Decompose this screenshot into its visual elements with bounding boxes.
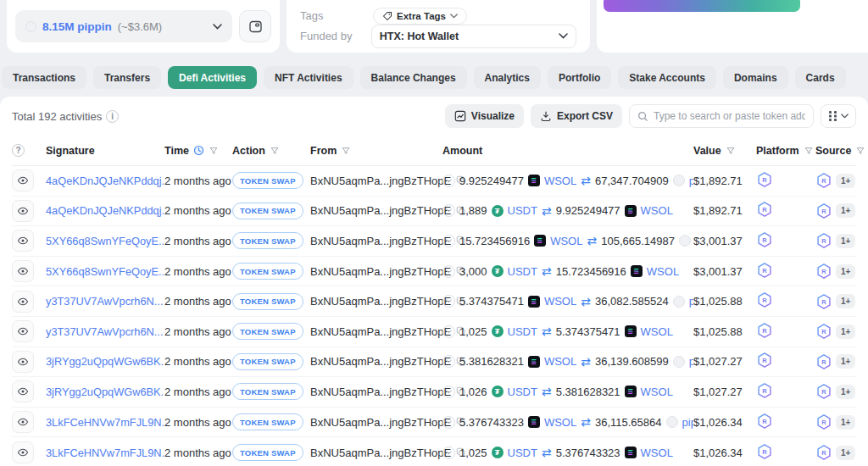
token-link-usdt[interactable]: USDT xyxy=(508,325,537,338)
tab-portfolio[interactable]: Portfolio xyxy=(548,66,611,89)
more-sources-badge[interactable]: 1+ xyxy=(836,234,855,248)
more-sources-badge[interactable]: 1+ xyxy=(836,354,855,369)
platform-icon-raydium[interactable]: R xyxy=(756,382,773,399)
token-link-wsol[interactable]: WSOL xyxy=(544,175,576,187)
preview-button[interactable] xyxy=(12,351,34,373)
more-sources-badge[interactable]: 1+ xyxy=(836,325,855,339)
signature-link[interactable]: y3T37UV7AwVpcrh6N... xyxy=(46,295,163,308)
source-icon-raydium[interactable]: R xyxy=(815,353,832,370)
signature-link[interactable]: 3LkFCeHNVw7mFJL9N... xyxy=(46,447,164,459)
expand-row-button[interactable] xyxy=(442,416,455,429)
source-icon-raydium[interactable]: R xyxy=(815,232,832,249)
funded-by-select[interactable]: HTX: Hot Wallet xyxy=(371,25,576,48)
source-icon-raydium[interactable]: R xyxy=(815,383,832,400)
preview-button[interactable] xyxy=(12,411,34,433)
expand-row-button[interactable] xyxy=(442,265,455,278)
expand-row-button[interactable] xyxy=(442,386,455,398)
tab-transfers[interactable]: Transfers xyxy=(93,66,161,89)
token-link-wsol[interactable]: WSOL xyxy=(544,355,576,368)
expand-row-button[interactable] xyxy=(442,235,455,247)
token-link-wsol[interactable]: WSOL xyxy=(641,447,673,459)
preview-button[interactable] xyxy=(12,291,34,313)
signature-link[interactable]: 4aQeKDnJQJeNKPddqj... xyxy=(46,175,164,187)
signature-link[interactable]: y3T37UV7AwVpcrh6N... xyxy=(46,325,163,338)
tab-domains[interactable]: Domains xyxy=(723,66,788,89)
expand-row-button[interactable] xyxy=(442,355,455,368)
preview-button[interactable] xyxy=(12,230,34,252)
visualize-button[interactable]: Visualize xyxy=(445,104,524,128)
signature-link[interactable]: 5XY66q8SwnYFeQoyE... xyxy=(46,235,164,247)
expand-row-button[interactable] xyxy=(442,325,455,338)
filter-icon[interactable] xyxy=(726,146,736,156)
wallet-button[interactable] xyxy=(239,10,271,42)
preview-button[interactable] xyxy=(12,260,34,282)
tab-cards[interactable]: Cards xyxy=(795,66,846,89)
platform-icon-raydium[interactable]: R xyxy=(756,231,773,248)
columns-button[interactable] xyxy=(821,104,856,128)
platform-icon-raydium[interactable]: R xyxy=(756,291,773,308)
signature-link[interactable]: 4aQeKDnJQJeNKPddqj... xyxy=(46,204,164,217)
signature-link[interactable]: 3jRYgg2uQpqWGw6BK... xyxy=(46,386,164,398)
platform-icon-raydium[interactable]: R xyxy=(756,322,773,339)
more-sources-badge[interactable]: 1+ xyxy=(836,446,855,460)
more-sources-badge[interactable]: 1+ xyxy=(836,174,855,188)
filter-icon[interactable] xyxy=(341,146,351,156)
source-icon-raydium[interactable]: R xyxy=(815,323,832,340)
token-link-wsol[interactable]: WSOL xyxy=(641,325,673,338)
source-icon-raydium[interactable]: R xyxy=(815,293,832,310)
token-link-usdt[interactable]: USDT xyxy=(508,447,537,459)
token-link-wsol[interactable]: WSOL xyxy=(544,416,576,429)
platform-icon-raydium[interactable]: R xyxy=(756,413,773,430)
filter-icon[interactable] xyxy=(209,146,219,156)
tab-transactions[interactable]: Transactions xyxy=(2,66,86,89)
help-icon[interactable]: ? xyxy=(12,144,25,157)
tab-defi-activities[interactable]: Defi Activities xyxy=(168,66,257,89)
preview-button[interactable] xyxy=(12,320,34,342)
platform-icon-raydium[interactable]: R xyxy=(756,171,773,188)
token-link-usdt[interactable]: USDT xyxy=(508,265,537,278)
preview-button[interactable] xyxy=(12,441,34,463)
more-sources-badge[interactable]: 1+ xyxy=(836,203,855,218)
token-link-wsol[interactable]: WSOL xyxy=(641,386,673,398)
token-link-usdt[interactable]: USDT xyxy=(508,204,537,217)
tab-stake-accounts[interactable]: Stake Accounts xyxy=(618,66,716,89)
tab-balance-changes[interactable]: Balance Changes xyxy=(360,66,467,89)
token-link-usdt[interactable]: USDT xyxy=(508,386,537,398)
tab-nft-activities[interactable]: NFT Activities xyxy=(264,66,353,89)
extra-tags-button[interactable]: Extra Tags xyxy=(373,8,467,25)
expand-row-button[interactable] xyxy=(442,295,455,308)
export-csv-button[interactable]: Export CSV xyxy=(531,104,622,128)
more-sources-badge[interactable]: 1+ xyxy=(836,415,855,430)
preview-button[interactable] xyxy=(12,200,34,222)
clock-icon[interactable] xyxy=(193,145,204,156)
platform-icon-raydium[interactable]: R xyxy=(756,443,773,460)
source-icon-raydium[interactable]: R xyxy=(815,413,832,430)
expand-row-button[interactable] xyxy=(442,204,455,217)
platform-icon-raydium[interactable]: R xyxy=(756,352,773,369)
preview-button[interactable] xyxy=(12,380,34,402)
source-icon-raydium[interactable]: R xyxy=(815,202,832,219)
token-link-wsol[interactable]: WSOL xyxy=(544,295,576,308)
preview-button[interactable] xyxy=(12,169,34,191)
more-sources-badge[interactable]: 1+ xyxy=(836,264,855,279)
token-link-pippin[interactable]: pippin xyxy=(682,416,693,429)
filter-icon[interactable] xyxy=(804,146,814,156)
source-icon-raydium[interactable]: R xyxy=(815,444,832,461)
source-icon-raydium[interactable]: R xyxy=(815,263,832,280)
search-input[interactable] xyxy=(654,110,805,122)
more-sources-badge[interactable]: 1+ xyxy=(836,294,855,308)
info-icon[interactable]: i xyxy=(106,110,119,123)
signature-link[interactable]: 3jRYgg2uQpqWGw6BK... xyxy=(46,355,164,368)
source-icon-raydium[interactable]: R xyxy=(815,172,832,189)
token-link-wsol[interactable]: WSOL xyxy=(641,204,673,217)
platform-icon-raydium[interactable]: R xyxy=(756,201,773,218)
tab-analytics[interactable]: Analytics xyxy=(474,66,541,89)
filter-icon[interactable] xyxy=(270,146,280,156)
signature-link[interactable]: 3LkFCeHNVw7mFJL9N... xyxy=(46,416,164,429)
expand-row-button[interactable] xyxy=(442,175,455,187)
expand-row-button[interactable] xyxy=(442,447,455,459)
filter-icon[interactable] xyxy=(855,146,865,156)
signature-link[interactable]: 5XY66q8SwnYFeQoyE... xyxy=(46,265,164,278)
holder-dropdown[interactable]: 8.15M pippin (~$3.6M) xyxy=(15,10,232,42)
more-sources-badge[interactable]: 1+ xyxy=(836,385,855,399)
